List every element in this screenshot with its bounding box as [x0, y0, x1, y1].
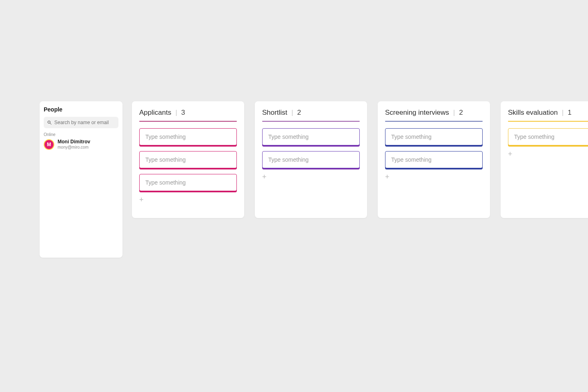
- search-box[interactable]: [44, 117, 118, 128]
- column-header: Screening interviews|2: [385, 109, 483, 117]
- column-separator: |: [175, 109, 177, 117]
- card[interactable]: Type something: [508, 128, 588, 145]
- card[interactable]: Type something: [139, 151, 237, 168]
- column-skills[interactable]: Skills evaluation|1Type something+: [501, 101, 588, 218]
- people-panel: People Online M Moni Dimitrov mony@miro.…: [40, 101, 122, 258]
- column-title: Applicants: [139, 109, 171, 117]
- person-name: Moni Dimitrov: [58, 139, 90, 145]
- card-placeholder: Type something: [514, 134, 555, 140]
- kanban-board[interactable]: Applicants|3Type somethingType something…: [132, 101, 588, 218]
- column-underline: [385, 121, 483, 122]
- column-header: Applicants|3: [139, 109, 237, 117]
- column-underline: [262, 121, 360, 122]
- column-count: 2: [297, 109, 301, 117]
- card-placeholder: Type something: [391, 134, 432, 140]
- column-title: Shortlist: [262, 109, 287, 117]
- column-separator: |: [562, 109, 564, 117]
- add-card-button[interactable]: +: [508, 150, 516, 158]
- column-separator: |: [453, 109, 455, 117]
- canvas[interactable]: People Online M Moni Dimitrov mony@miro.…: [0, 0, 588, 392]
- person-info: Moni Dimitrov mony@miro.com: [58, 139, 90, 149]
- people-title: People: [44, 106, 118, 113]
- card-placeholder: Type something: [145, 156, 186, 163]
- card[interactable]: Type something: [139, 174, 237, 191]
- online-label: Online: [44, 132, 118, 137]
- add-card-button[interactable]: +: [385, 173, 393, 180]
- avatar: M: [44, 139, 54, 150]
- column-count: 2: [459, 109, 463, 117]
- column-header: Shortlist|2: [262, 109, 360, 117]
- search-input[interactable]: [54, 120, 115, 125]
- column-cards: Type something: [508, 128, 588, 145]
- add-card-button[interactable]: +: [139, 196, 147, 203]
- column-cards: Type somethingType somethingType somethi…: [139, 128, 237, 191]
- card[interactable]: Type something: [385, 128, 483, 145]
- column-shortlist[interactable]: Shortlist|2Type somethingType something+: [255, 101, 367, 218]
- card[interactable]: Type something: [262, 151, 360, 168]
- column-separator: |: [291, 109, 293, 117]
- card[interactable]: Type something: [262, 128, 360, 145]
- person-email: mony@miro.com: [58, 145, 90, 150]
- column-count: 3: [181, 109, 185, 117]
- column-cards: Type somethingType something: [385, 128, 483, 168]
- column-count: 1: [568, 109, 571, 117]
- column-title: Skills evaluation: [508, 109, 558, 117]
- column-title: Screening interviews: [385, 109, 449, 117]
- card-placeholder: Type something: [145, 134, 186, 140]
- search-icon: [47, 120, 52, 125]
- card[interactable]: Type something: [139, 128, 237, 145]
- column-header: Skills evaluation|1: [508, 109, 588, 117]
- card-placeholder: Type something: [391, 156, 432, 163]
- card-placeholder: Type something: [145, 179, 186, 186]
- person-row[interactable]: M Moni Dimitrov mony@miro.com: [44, 138, 118, 151]
- column-underline: [139, 121, 237, 122]
- column-screening[interactable]: Screening interviews|2Type somethingType…: [378, 101, 490, 218]
- card-placeholder: Type something: [268, 156, 309, 163]
- column-cards: Type somethingType something: [262, 128, 360, 168]
- card[interactable]: Type something: [385, 151, 483, 168]
- card-placeholder: Type something: [268, 134, 309, 140]
- svg-line-1: [50, 123, 51, 125]
- avatar-initial: M: [47, 142, 51, 147]
- add-card-button[interactable]: +: [262, 173, 270, 180]
- column-applicants[interactable]: Applicants|3Type somethingType something…: [132, 101, 244, 218]
- svg-point-0: [48, 121, 50, 123]
- column-underline: [508, 121, 588, 122]
